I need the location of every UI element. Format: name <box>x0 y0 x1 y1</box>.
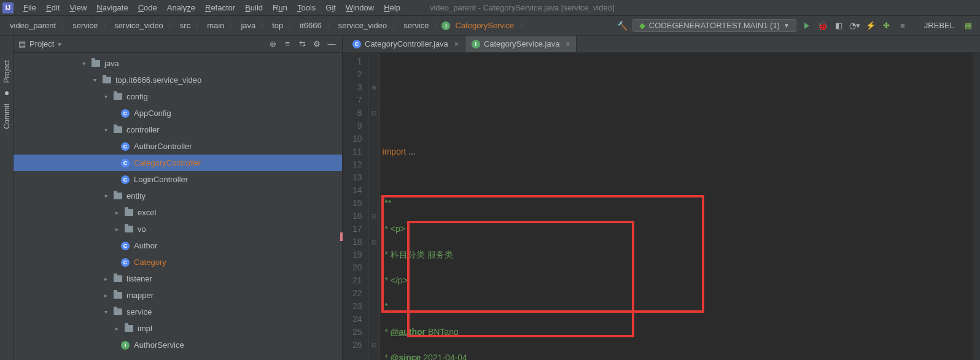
tree-node-category[interactable]: CCategory <box>14 254 342 270</box>
jrebel-run-icon[interactable]: ⚡ <box>865 20 876 31</box>
gear-icon[interactable]: ⚙ <box>311 39 322 50</box>
menu-window[interactable]: Window <box>341 1 379 14</box>
tree-node-excel[interactable]: ▸excel <box>14 204 342 221</box>
interface-icon: I <box>441 21 450 30</box>
sidebar-item-commit[interactable]: Commit <box>2 104 11 129</box>
hide-panel-icon[interactable]: — <box>326 39 337 50</box>
menu-navigate[interactable]: Navigate <box>91 1 133 14</box>
tree-node-author[interactable]: CAuthor <box>14 237 342 254</box>
code-content[interactable]: import ... /** * <p> * 科目分类 服务类 * </p> *… <box>380 53 980 360</box>
crumb-video_parent[interactable]: video_parent <box>6 20 60 31</box>
folder-icon <box>114 93 122 100</box>
tree-node-controller[interactable]: ▾controller <box>14 121 342 138</box>
collapse-all-icon[interactable]: ⇆ <box>297 39 308 50</box>
run-button[interactable] <box>801 20 812 31</box>
project-icon: ▤ <box>18 39 26 48</box>
menu-refactor[interactable]: Refactor <box>200 1 240 14</box>
menu-view[interactable]: View <box>64 1 91 14</box>
menu-file[interactable]: File <box>18 1 41 14</box>
jrebel-tool-icon[interactable]: ▦ <box>963 20 974 31</box>
folder-icon <box>91 60 100 67</box>
code-editor[interactable]: 1237891011121314151617181920212223242526… <box>343 53 980 360</box>
run-config-selector[interactable]: ◆ CODEGENERATORTEST.MAIN1 (1) ▼ <box>632 19 796 32</box>
class-icon: C <box>121 159 130 167</box>
crumb-top[interactable]: top <box>268 20 287 31</box>
coverage-button[interactable]: ◧ <box>833 20 844 31</box>
folder-icon <box>103 77 111 83</box>
left-tool-strip: Project Commit <box>0 36 14 360</box>
tree-node-mapper[interactable]: ▸mapper <box>14 287 342 304</box>
class-icon: C <box>121 109 130 118</box>
tree-node-config[interactable]: ▾config <box>14 88 342 105</box>
tree-node-service[interactable]: ▾service <box>14 304 342 320</box>
project-tree[interactable]: ▾java ▾top.it6666.service_video ▾config … <box>14 53 342 360</box>
editor-scrollbar[interactable] <box>973 53 980 360</box>
interface-icon: I <box>121 341 130 350</box>
run-config-icon: ◆ <box>639 21 645 30</box>
close-icon[interactable]: × <box>566 40 570 48</box>
crumb-service_video[interactable]: service_video <box>111 20 167 31</box>
folder-icon <box>114 308 122 315</box>
crumb-categoryservice[interactable]: CategoryService <box>451 20 518 31</box>
tree-node-categorycontroller[interactable]: CCategoryController <box>14 155 342 171</box>
tree-node-listener[interactable]: ▸listener <box>14 270 342 287</box>
menu-analyze[interactable]: Analyze <box>162 1 200 14</box>
class-icon: C <box>121 175 130 184</box>
select-opened-file-icon[interactable]: ⊕ <box>267 39 278 50</box>
folder-icon <box>114 292 122 299</box>
menu-tools[interactable]: Tools <box>292 1 321 14</box>
tree-node-entity[interactable]: ▾entity <box>14 188 342 204</box>
crumb-java[interactable]: java <box>237 20 259 31</box>
folder-icon <box>114 126 122 133</box>
jrebel-debug-icon[interactable]: ✤ <box>881 20 892 31</box>
tree-node-package[interactable]: ▾top.it6666.service_video <box>14 72 342 88</box>
ide-logo: IJ <box>2 2 14 13</box>
tab-label: CategoryController.java <box>365 39 448 48</box>
class-icon: C <box>121 142 130 151</box>
tree-node-logincontroller[interactable]: CLoginController <box>14 171 342 188</box>
tab-categoryservice[interactable]: I CategoryService.java × <box>465 36 577 52</box>
menu-edit[interactable]: Edit <box>41 1 64 14</box>
crumb-main[interactable]: main <box>203 20 228 31</box>
crumb-service[interactable]: service <box>69 20 101 31</box>
tree-node-authorcontroller[interactable]: CAuthorController <box>14 138 342 155</box>
stop-button[interactable]: ■ <box>897 20 908 31</box>
chevron-down-icon: ▼ <box>784 22 790 29</box>
tab-label: CategoryService.java <box>484 39 560 48</box>
tree-node-authorservice[interactable]: IAuthorService <box>14 337 342 353</box>
build-icon[interactable]: 🔨 <box>617 21 628 31</box>
tree-node-appconfig[interactable]: CAppConfig <box>14 105 342 121</box>
tree-node-vo[interactable]: ▸vo <box>14 221 342 237</box>
jrebel-label[interactable]: JREBEL <box>924 21 954 30</box>
menu-help[interactable]: Help <box>379 1 405 14</box>
run-config-label: CODEGENERATORTEST.MAIN1 (1) <box>649 21 780 30</box>
crumb-src[interactable]: src <box>176 20 194 31</box>
editor-area: C CategoryController.java × I CategorySe… <box>343 36 980 360</box>
tab-categorycontroller[interactable]: C CategoryController.java × <box>346 36 465 52</box>
project-panel-title: Project ▼ <box>29 39 263 48</box>
sidebar-item-project[interactable]: Project <box>2 60 11 83</box>
menu-bar: IJ File Edit View Navigate Code Analyze … <box>0 0 980 16</box>
crumb-service2[interactable]: service <box>400 20 432 31</box>
menu-code[interactable]: Code <box>133 1 162 14</box>
debug-button[interactable]: 🐞 <box>817 20 828 31</box>
line-gutter[interactable]: 1237891011121314151617181920212223242526 <box>343 53 369 360</box>
menu-build[interactable]: Build <box>240 1 268 14</box>
crumb-it6666[interactable]: it6666 <box>296 20 325 31</box>
tree-node-java[interactable]: ▾java <box>14 55 342 72</box>
commit-dot-icon <box>5 91 9 95</box>
class-icon: C <box>352 40 361 48</box>
navigation-bar: video_parent〉 service〉 service_video〉 sr… <box>0 16 980 36</box>
profile-button[interactable]: ◔▾ <box>849 20 860 31</box>
close-icon[interactable]: × <box>454 40 459 48</box>
tree-node-impl[interactable]: ▸impl <box>14 320 342 337</box>
expand-all-icon[interactable]: ≡ <box>282 39 293 50</box>
fold-gutter[interactable]: ⊕ ⊟ ⊟ ⊟ ⊟ <box>369 53 380 360</box>
interface-icon: I <box>472 40 480 48</box>
menu-git[interactable]: Git <box>321 1 341 14</box>
class-icon: C <box>121 258 130 267</box>
project-panel: ▤ Project ▼ ⊕ ≡ ⇆ ⚙ — ▾java ▾top.it6666.… <box>14 36 343 360</box>
project-panel-header: ▤ Project ▼ ⊕ ≡ ⇆ ⚙ — <box>14 36 342 53</box>
menu-run[interactable]: Run <box>268 1 292 14</box>
crumb-service_video2[interactable]: service_video <box>335 20 391 31</box>
